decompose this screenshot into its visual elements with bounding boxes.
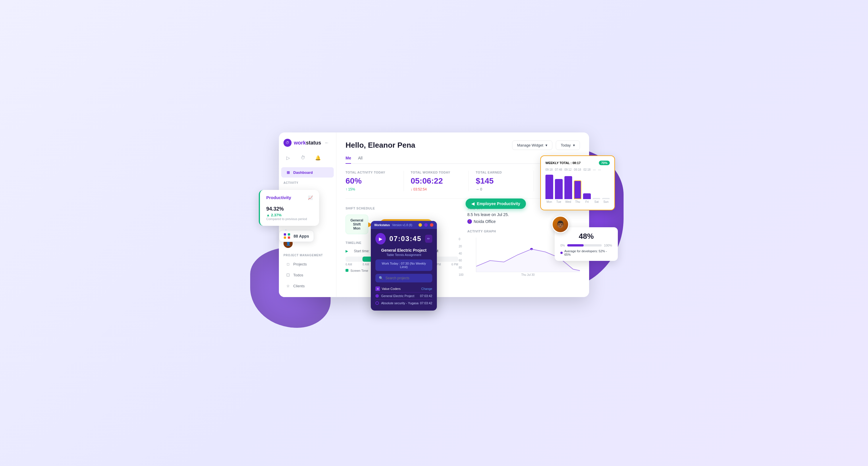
clients-icon: ☆ <box>286 284 290 288</box>
sidebar-item-projects[interactable]: □ Projects <box>281 259 334 269</box>
timer-close-button[interactable] <box>430 223 433 227</box>
weekly-bar-tue: Tue <box>555 179 563 204</box>
timer-popup: Workstatus Version v1.8 (8) ▶ 07:03:45 ✏… <box>371 221 437 311</box>
bell-icon[interactable]: 🔔 <box>313 153 322 162</box>
dashboard-icon: ⊞ <box>286 170 290 175</box>
sidebar-item-todos[interactable]: ☐ Todos <box>281 270 334 280</box>
apps-grid-icon <box>284 233 291 239</box>
pct-bar-track <box>567 244 602 247</box>
logo-icon: ⏱ <box>283 139 291 147</box>
todos-icon: ☐ <box>286 273 290 277</box>
arrow-left-icon: ◀ <box>471 201 474 206</box>
apps-dot-1 <box>284 233 286 236</box>
apps-count-badge: 88 Apps <box>279 230 314 242</box>
timer-project-row-2: Absolute security - Yugasa 07:03:42 <box>375 299 432 307</box>
weekly-pct-badge: 70% <box>599 161 610 165</box>
stat-total-earned: TOTAL EARNED $145 → 0 <box>476 170 534 191</box>
timer-work-info: Work Today : 07:30 (No Weekly Limit) <box>375 259 432 271</box>
timer-org-row: ⊞ Value Coders Change <box>375 285 432 292</box>
apps-dot-3 <box>284 237 286 239</box>
manage-widget-button[interactable]: Manage Widget ▾ <box>512 141 552 150</box>
weekly-total-label: WEEKLY TOTAL : 08:17 <box>546 161 581 165</box>
sidebar-icon-bar: ▷ ⏱ 🔔 <box>279 153 336 167</box>
activity-section-label: ACTIVITY <box>279 178 336 186</box>
person-avatar: 👨🏾 <box>552 216 569 233</box>
apps-dot-2 <box>288 233 290 236</box>
timer-org-left: ⊞ Value Coders <box>375 286 401 291</box>
page-title: Hello, Eleanor Pena <box>345 141 415 150</box>
logo-text: workstatus <box>294 140 321 146</box>
pct-value: 48% <box>560 232 612 241</box>
productivity-card-header: Productivity 📈 <box>266 195 313 200</box>
search-icon: 🔍 <box>379 276 383 280</box>
percentage-popup: 48% 0% 100% Average for developers: 52% … <box>555 227 618 261</box>
productivity-card: Productivity 📈 94.32% ▲ 2.37% Compared t… <box>259 190 319 226</box>
timer-header-left: Workstatus Version v1.8 (8) <box>374 223 412 227</box>
pct-avg: Average for developers: 52% - 65% <box>560 249 612 256</box>
pct-bar-fill <box>567 244 584 247</box>
weekly-bar-fri: Fri <box>583 193 591 204</box>
timer-window-controls <box>418 223 433 227</box>
tab-all[interactable]: All <box>358 156 363 164</box>
timer-search-bar[interactable]: 🔍 <box>375 274 432 282</box>
pct-avg-dot <box>560 252 563 254</box>
header-controls: Manage Widget ▾ Today ▾ <box>512 141 580 150</box>
weekly-bar-mon: Mon <box>546 175 553 204</box>
timer-project-left-2: Absolute security - Yugasa <box>375 301 418 305</box>
today-filter-button[interactable]: Today ▾ <box>556 141 580 150</box>
productivity-change: ▲ 2.37% <box>266 213 313 217</box>
project-mgmt-label: PROJECT MANAGEMENT <box>279 250 336 258</box>
sidebar-item-clients[interactable]: ☆ Clients <box>281 281 334 291</box>
weekly-bar-wed: Wed <box>564 176 572 204</box>
weekly-bar-sun: Sun <box>602 198 610 204</box>
weekly-chart-header: WEEKLY TOTAL : 08:17 70% <box>546 161 610 165</box>
timer-maximize-button[interactable] <box>424 223 428 227</box>
projects-icon: □ <box>286 262 290 266</box>
timer-project-left-1: General Electric Project <box>375 294 414 298</box>
weekly-chart-popup: WEEKLY TOTAL : 08:17 70% 09:18 07:48 09:… <box>540 155 615 210</box>
collapse-sidebar-button[interactable]: ← <box>322 138 332 147</box>
search-projects-input[interactable] <box>385 276 429 280</box>
weekly-bar-sat: Sat <box>593 198 600 204</box>
tab-me[interactable]: Me <box>345 156 351 164</box>
timer-project-name: General Electric Project <box>375 248 432 252</box>
project-dot-inactive <box>375 301 379 305</box>
timer-task-name: Table Tennis Assignment <box>375 253 432 256</box>
timer-edit-button[interactable]: ✏ <box>425 235 433 243</box>
stat-total-activity: TOTAL ACTIVITY TODAY 60% ↑ 15% <box>345 170 404 191</box>
change-org-button[interactable]: Change <box>421 287 432 290</box>
trend-icon: 📈 <box>308 195 313 200</box>
apps-dot-4 <box>288 237 290 239</box>
timer-play-button[interactable]: ▶ <box>375 233 386 245</box>
play-icon: ▶ <box>379 236 382 242</box>
graph-date-label: Thu Jul 30 <box>476 273 580 276</box>
dashboard-header: Hello, Eleanor Pena Manage Widget ▾ Toda… <box>345 141 580 150</box>
weekly-bar-chart: Mon Tue Wed Thu Fri Sat <box>546 175 610 204</box>
timeline-play-icon: ▶ <box>345 249 348 253</box>
chevron-down-icon: ▾ <box>546 143 548 147</box>
graph-y-labels: 100 80 60 40 20 0 <box>459 238 464 276</box>
stat-total-worked: TOTAL WORKED TODAY 05:06:22 ↓ 03:52:54 <box>411 170 469 191</box>
timer-minimize-button[interactable] <box>418 223 422 227</box>
timer-display-row: ▶ 07:03:45 ✏ <box>375 233 432 245</box>
pct-bar-row: 0% 100% <box>560 244 612 247</box>
chevron-down-icon: ▾ <box>573 143 575 147</box>
shift-box: General Shift Mon ▶ <box>345 215 368 234</box>
employee-productivity-badge: ◀ Employee Productivity <box>466 198 526 209</box>
timer-display: 07:03:45 <box>389 235 421 243</box>
timer-project-row-1: General Electric Project 07:03:42 <box>375 292 432 299</box>
screen-time-dot <box>345 269 348 272</box>
weekly-time-labels: 09:18 07:48 09:12 08:18 02:18 --- --- <box>546 168 610 171</box>
project-dot-active <box>375 294 379 298</box>
productivity-compare: Compared to previous period <box>266 217 313 221</box>
org-icon: ⊞ <box>375 286 380 291</box>
location-icon: 📍 <box>467 219 472 224</box>
sidebar-logo-area: ⏱ workstatus ← <box>279 138 336 153</box>
timer-body: ▶ 07:03:45 ✏ General Electric Project Ta… <box>371 229 437 311</box>
timer-header: Workstatus Version v1.8 (8) <box>371 221 437 229</box>
screen-time-legend: Screen Time <box>345 269 368 272</box>
sidebar-item-dashboard[interactable]: ⊞ Dashboard <box>281 167 334 178</box>
play-icon[interactable]: ▷ <box>283 153 293 162</box>
clock-icon[interactable]: ⏱ <box>299 153 308 162</box>
weekly-bar-thu: Thu <box>574 180 582 204</box>
